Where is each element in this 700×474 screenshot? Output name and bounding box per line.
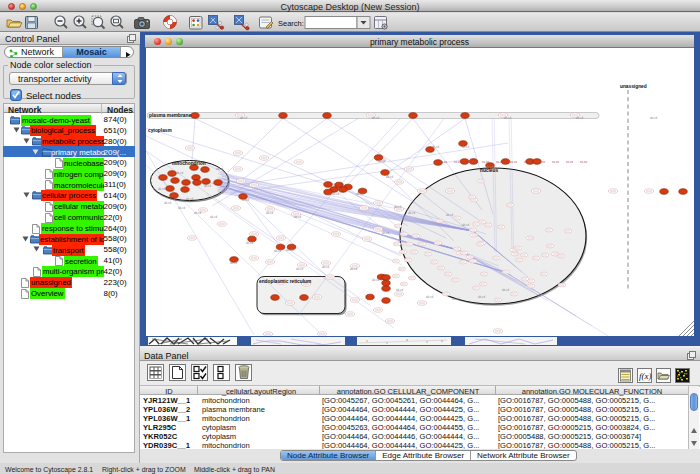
svg-text:xx-xx: xx-xx: [566, 160, 573, 164]
svg-text:ab-cd: ab-cd: [502, 288, 509, 292]
svg-text:ab-cd: ab-cd: [372, 116, 379, 120]
svg-text:ab-cd: ab-cd: [176, 171, 183, 175]
svg-text:xx-xx: xx-xx: [468, 160, 475, 164]
svg-text:ab-cd: ab-cd: [650, 116, 657, 120]
svg-text:plasma membrane: plasma membrane: [149, 113, 191, 118]
svg-text:xx-xx: xx-xx: [454, 160, 461, 164]
svg-text:mitochondrion: mitochondrion: [172, 161, 206, 166]
svg-text:xx-xx: xx-xx: [580, 160, 587, 164]
svg-text:ab-cd: ab-cd: [446, 213, 453, 217]
svg-text:nucleus: nucleus: [480, 168, 498, 173]
svg-text:xx-xx: xx-xx: [482, 160, 489, 164]
svg-text:ab-cd: ab-cd: [178, 206, 185, 210]
svg-text:ab-cd: ab-cd: [378, 159, 385, 163]
svg-text:xx-xx: xx-xx: [510, 160, 517, 164]
svg-text:ab-cd: ab-cd: [242, 198, 249, 202]
svg-text:ab-cd: ab-cd: [478, 295, 485, 299]
svg-text:ab-cd: ab-cd: [164, 201, 171, 205]
svg-text:ab-cd: ab-cd: [294, 215, 301, 219]
svg-text:ab-cd: ab-cd: [432, 145, 439, 149]
svg-text:unassigned: unassigned: [620, 84, 647, 89]
svg-text:ab-cd: ab-cd: [158, 187, 165, 191]
svg-text:xx-xx: xx-xx: [552, 160, 559, 164]
svg-text:ab-cd: ab-cd: [356, 192, 363, 196]
svg-text:ab-cd: ab-cd: [210, 215, 217, 219]
svg-text:ab-cd: ab-cd: [386, 175, 393, 179]
svg-text:cytoplasm: cytoplasm: [148, 128, 172, 133]
svg-text:ab-cd: ab-cd: [504, 116, 511, 120]
svg-text:ab-cd: ab-cd: [396, 288, 403, 292]
svg-text:ab-cd: ab-cd: [296, 267, 303, 271]
svg-text:ab-cd: ab-cd: [382, 231, 389, 235]
svg-text:ab-cd: ab-cd: [394, 205, 401, 209]
svg-text:ab-cd: ab-cd: [216, 167, 223, 171]
svg-text:xx-xx: xx-xx: [524, 160, 531, 164]
svg-text:ab-cd: ab-cd: [246, 241, 253, 245]
svg-text:ab-cd: ab-cd: [186, 197, 193, 201]
svg-text:ab-cd: ab-cd: [230, 261, 237, 265]
svg-text:ab-cd: ab-cd: [240, 116, 247, 120]
svg-text:ab-cd: ab-cd: [426, 295, 433, 299]
svg-text:ab-cd: ab-cd: [462, 223, 469, 227]
svg-text:xx-xx: xx-xx: [440, 160, 447, 164]
svg-text:ab-cd: ab-cd: [462, 145, 469, 149]
svg-text:xx-xx: xx-xx: [496, 160, 503, 164]
svg-text:ab-cd: ab-cd: [322, 265, 329, 269]
svg-text:ab-cd: ab-cd: [194, 211, 201, 215]
svg-text:ab-cd: ab-cd: [452, 297, 459, 301]
svg-text:ab-cd: ab-cd: [576, 116, 583, 120]
svg-text:xx-xx: xx-xx: [538, 160, 545, 164]
svg-text:ab-cd: ab-cd: [372, 278, 379, 282]
svg-text:ab-cd: ab-cd: [286, 248, 293, 252]
svg-text:ab-cd: ab-cd: [408, 211, 415, 215]
svg-text:ab-cd: ab-cd: [204, 184, 211, 188]
svg-text:ab-cd: ab-cd: [350, 267, 357, 271]
svg-text:Search:: Search:: [278, 19, 304, 28]
svg-text:ab-cd: ab-cd: [274, 249, 281, 253]
svg-text:ab-cd: ab-cd: [332, 192, 339, 196]
svg-text:f(x): f(x): [639, 371, 652, 381]
svg-text:endoplasmic reticulum: endoplasmic reticulum: [259, 279, 311, 284]
svg-text:ab-cd: ab-cd: [266, 211, 273, 215]
